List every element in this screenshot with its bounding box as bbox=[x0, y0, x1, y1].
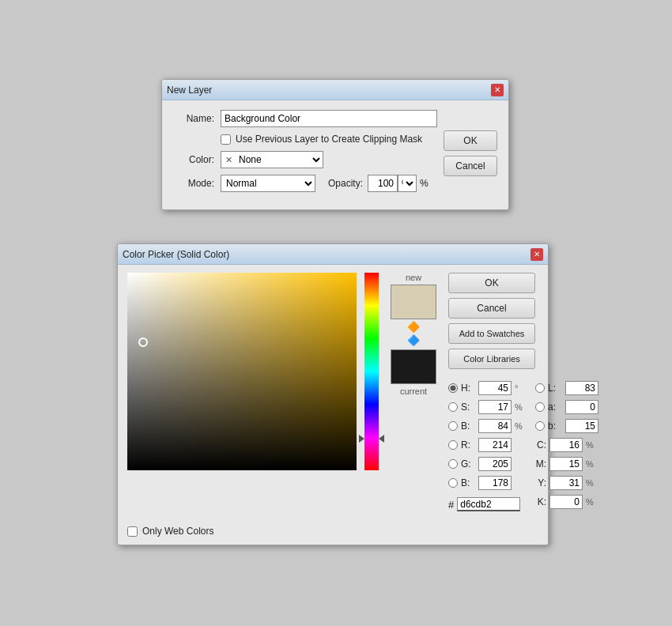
brightness-row: B: % bbox=[448, 418, 523, 434]
brightness-radio[interactable] bbox=[448, 421, 458, 431]
only-web-colors-row: Only Web Colors bbox=[118, 526, 548, 545]
M-row: M: % bbox=[535, 456, 598, 472]
hex-input[interactable] bbox=[457, 497, 520, 511]
opacity-percent: % bbox=[420, 178, 428, 189]
mode-select[interactable]: Normal Dissolve Darken Multiply Color Bu… bbox=[221, 175, 315, 192]
sat-row: S: % bbox=[448, 399, 523, 415]
new-color-label: new bbox=[406, 273, 421, 282]
a-radio[interactable] bbox=[535, 402, 545, 412]
Y-unit: % bbox=[586, 478, 594, 488]
b-lab-row: b: bbox=[535, 418, 598, 434]
cp-ok-button[interactable]: OK bbox=[448, 273, 535, 293]
color-label: Color: bbox=[173, 154, 214, 165]
color-picker-body: new 🔶 🔷 current OK Cancel Add to Swatche… bbox=[118, 265, 548, 519]
a-input[interactable] bbox=[565, 400, 598, 414]
opacity-input[interactable] bbox=[368, 175, 398, 192]
color-picker-right-panel: OK Cancel Add to Swatches Color Librarie… bbox=[448, 273, 598, 511]
clipping-mask-label: Use Previous Layer to Create Clipping Ma… bbox=[236, 134, 422, 145]
new-layer-ok-button[interactable]: OK bbox=[444, 130, 497, 151]
clipping-mask-checkbox[interactable] bbox=[221, 134, 231, 145]
hue-arrow-right bbox=[379, 435, 384, 443]
new-layer-title: New Layer bbox=[167, 85, 212, 96]
sat-unit: % bbox=[515, 402, 523, 412]
name-row: Name: bbox=[173, 110, 437, 127]
Y-input[interactable] bbox=[549, 476, 583, 490]
L-label: L: bbox=[548, 383, 562, 394]
brightness-label: B: bbox=[461, 420, 475, 432]
red-row: R: bbox=[448, 437, 523, 453]
hue-slider[interactable] bbox=[364, 273, 379, 470]
red-input[interactable] bbox=[478, 438, 512, 452]
hex-hash: # bbox=[448, 499, 454, 511]
current-color-swatch[interactable] bbox=[391, 349, 436, 384]
green-input[interactable] bbox=[478, 457, 512, 471]
color-picker-close-button[interactable]: ✕ bbox=[530, 248, 543, 261]
hue-radio[interactable] bbox=[448, 383, 458, 393]
red-label: R: bbox=[461, 439, 475, 451]
C-unit: % bbox=[586, 440, 594, 450]
color-preview-wrap: new 🔶 🔷 current bbox=[387, 273, 440, 511]
blue-radio[interactable] bbox=[448, 478, 458, 488]
blue-row: B: bbox=[448, 475, 523, 491]
blue-label: B: bbox=[461, 477, 475, 488]
only-web-colors-label: Only Web Colors bbox=[142, 526, 213, 537]
hue-label: H: bbox=[461, 383, 475, 394]
b-lab-input[interactable] bbox=[565, 419, 598, 433]
a-row: a: bbox=[535, 399, 598, 415]
opacity-label: Opacity: bbox=[328, 178, 363, 189]
add-to-swatches-button[interactable]: Add to Swatches bbox=[448, 323, 535, 344]
eyedropper-current-icon: 🔷 bbox=[407, 334, 420, 348]
mode-label: Mode: bbox=[173, 178, 214, 189]
K-label: K: bbox=[535, 496, 546, 507]
L-input[interactable] bbox=[565, 381, 598, 395]
opacity-dropdown[interactable]: % bbox=[398, 175, 417, 192]
Y-row: Y: % bbox=[535, 475, 598, 491]
sat-label: S: bbox=[461, 402, 475, 413]
hue-unit: ° bbox=[515, 383, 523, 393]
color-picker-dialog: Color Picker (Solid Color) ✕ new 🔶 🔷 cur… bbox=[117, 243, 549, 545]
name-input[interactable] bbox=[221, 110, 437, 127]
K-row: K: % bbox=[535, 494, 598, 510]
only-web-colors-checkbox[interactable] bbox=[127, 526, 138, 537]
new-layer-titlebar: New Layer ✕ bbox=[162, 80, 508, 100]
mode-opacity-wrap: Normal Dissolve Darken Multiply Color Bu… bbox=[221, 175, 428, 192]
L-radio[interactable] bbox=[535, 383, 545, 393]
sat-input[interactable] bbox=[478, 400, 512, 414]
hue-bar bbox=[364, 273, 379, 470]
color-picker-titlebar: Color Picker (Solid Color) ✕ bbox=[118, 244, 548, 265]
current-color-label: current bbox=[400, 387, 427, 396]
M-unit: % bbox=[586, 459, 594, 469]
color-values-section: H: ° S: % B: bbox=[448, 380, 598, 511]
cp-cancel-button[interactable]: Cancel bbox=[448, 298, 535, 319]
M-input[interactable] bbox=[549, 457, 583, 471]
new-layer-cancel-button[interactable]: Cancel bbox=[444, 156, 497, 176]
clipping-mask-row: Use Previous Layer to Create Clipping Ma… bbox=[221, 134, 437, 145]
cp-buttons: OK Cancel Add to Swatches Color Librarie… bbox=[448, 273, 598, 369]
K-input[interactable] bbox=[549, 495, 583, 509]
red-radio[interactable] bbox=[448, 440, 458, 450]
brightness-input[interactable] bbox=[478, 419, 512, 433]
name-label: Name: bbox=[173, 113, 214, 124]
new-color-swatch[interactable] bbox=[391, 285, 436, 319]
color-field[interactable] bbox=[127, 273, 357, 470]
green-radio[interactable] bbox=[448, 459, 458, 469]
new-layer-close-button[interactable]: ✕ bbox=[491, 84, 504, 96]
color-select[interactable]: None Red Orange Yellow Green Blue Violet… bbox=[221, 151, 323, 168]
preview-icons: 🔶 🔷 bbox=[407, 321, 420, 348]
C-input[interactable] bbox=[549, 438, 583, 452]
green-row: G: bbox=[448, 456, 523, 472]
a-label: a: bbox=[548, 402, 562, 413]
blue-input[interactable] bbox=[478, 476, 512, 490]
eyedropper-new-icon: 🔶 bbox=[407, 321, 420, 334]
Y-label: Y: bbox=[535, 477, 546, 488]
hue-input[interactable] bbox=[478, 381, 512, 395]
sat-radio[interactable] bbox=[448, 402, 458, 412]
color-libraries-button[interactable]: Color Libraries bbox=[448, 349, 535, 369]
green-label: G: bbox=[461, 458, 475, 470]
C-row: C: % bbox=[535, 437, 598, 453]
C-label: C: bbox=[535, 439, 546, 451]
M-label: M: bbox=[535, 458, 546, 470]
b-lab-radio[interactable] bbox=[535, 421, 545, 431]
cv-col-right: L: a: b: bbox=[535, 380, 598, 511]
color-row: Color: ✕ None Red Orange Yellow Green Bl… bbox=[173, 151, 437, 168]
